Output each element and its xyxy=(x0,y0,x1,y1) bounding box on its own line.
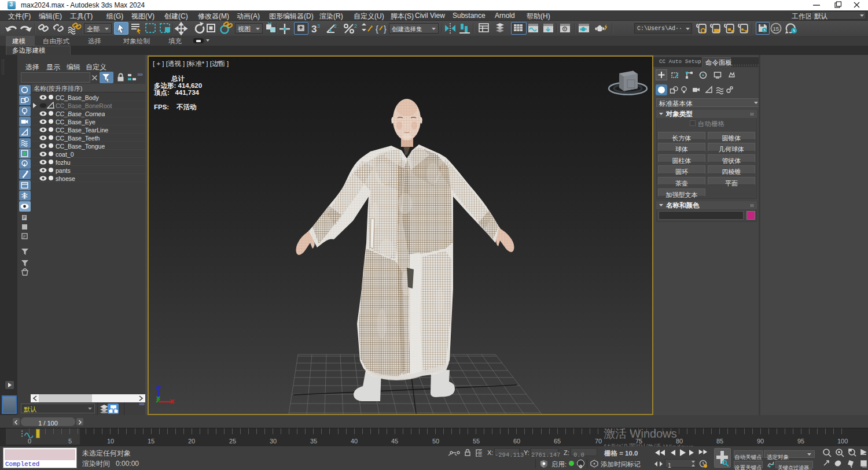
svg-text:F: F xyxy=(23,234,26,239)
svg-text:15: 15 xyxy=(773,25,779,32)
